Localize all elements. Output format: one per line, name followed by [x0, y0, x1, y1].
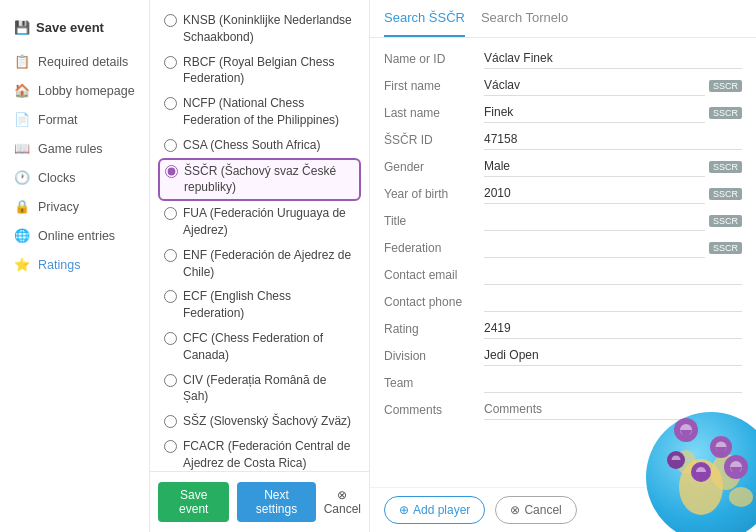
federation-item-ŠSČR[interactable]: ŠSČR (Šachový svaz České republiky) — [158, 158, 361, 202]
federation-radio-CSA[interactable] — [164, 139, 177, 152]
federation-item-NCFP[interactable]: NCFP (National Chess Federation of the P… — [158, 91, 361, 133]
field-input-team[interactable] — [484, 372, 742, 393]
sscr-badge-federation: SSCR — [709, 242, 742, 254]
form-row-contact-email: Contact email — [384, 264, 742, 285]
form-row-federation: FederationSSCR — [384, 237, 742, 258]
federation-radio-RBCF[interactable] — [164, 56, 177, 69]
field-input-title[interactable] — [484, 210, 705, 231]
federation-radio-FCACR[interactable] — [164, 440, 177, 453]
field-label-title: Title — [384, 214, 484, 228]
sscr-badge-first-name: SSCR — [709, 80, 742, 92]
sidebar-item-online-entries[interactable]: 🌐 Online entries — [0, 221, 149, 250]
sidebar-item-privacy[interactable]: 🔒 Privacy — [0, 192, 149, 221]
footer-buttons: Save event Next settings Cancel — [150, 471, 369, 532]
federation-label-ECF: ECF (English Chess Federation) — [183, 288, 355, 322]
sidebar-item-required-details[interactable]: 📋 Required details — [0, 47, 149, 76]
save-icon: 💾 — [14, 20, 30, 35]
search-tabs: Search ŠSČRSearch Tornelo — [370, 0, 756, 38]
search-tab-search-šsčr[interactable]: Search ŠSČR — [384, 0, 465, 37]
search-tab-search-tornelo[interactable]: Search Tornelo — [481, 0, 568, 37]
federation-label-FUA: FUA (Federación Uruguaya de Ajedrez) — [183, 205, 355, 239]
federation-radio-ECF[interactable] — [164, 290, 177, 303]
form-row-last-name: Last nameSSCR — [384, 102, 742, 123]
field-input-šsčr-id[interactable] — [484, 129, 742, 150]
form-row-name-or-id: Name or ID — [384, 48, 742, 69]
federation-item-KNSB[interactable]: KNSB (Koninklijke Nederlandse Schaakbond… — [158, 8, 361, 50]
sidebar-label-format: Format — [38, 113, 78, 127]
federation-radio-ŠSČR[interactable] — [165, 165, 178, 178]
federation-radio-SŠZ[interactable] — [164, 415, 177, 428]
sidebar-label-privacy: Privacy — [38, 200, 79, 214]
add-player-button[interactable]: ⊕ Add player — [384, 496, 485, 524]
clocks-icon: 🕐 — [14, 170, 30, 185]
federation-label-CSA: CSA (Chess South Africa) — [183, 137, 320, 154]
field-label-first-name: First name — [384, 79, 484, 93]
form-row-team: Team — [384, 372, 742, 393]
sidebar-header: 💾 Save event — [0, 12, 149, 47]
form-row-first-name: First nameSSCR — [384, 75, 742, 96]
federation-radio-CFC[interactable] — [164, 332, 177, 345]
online-entries-icon: 🌐 — [14, 228, 30, 243]
federation-item-ECF[interactable]: ECF (English Chess Federation) — [158, 284, 361, 326]
save-event-button[interactable]: Save event — [158, 482, 229, 522]
federation-item-CIV[interactable]: CIV (Federația Română de Șah) — [158, 368, 361, 410]
federation-radio-CIV[interactable] — [164, 374, 177, 387]
field-input-last-name[interactable] — [484, 102, 705, 123]
field-input-contact-email[interactable] — [484, 264, 742, 285]
field-input-rating[interactable] — [484, 318, 742, 339]
field-label-comments: Comments — [384, 403, 484, 417]
field-input-comments[interactable] — [484, 399, 742, 420]
federation-item-FCACR[interactable]: FCACR (Federación Central de Ajedrez de … — [158, 434, 361, 471]
game-rules-icon: 📖 — [14, 141, 30, 156]
federation-list: KNSB (Koninklijke Nederlandse Schaakbond… — [150, 0, 369, 471]
sidebar-item-ratings[interactable]: ⭐ Ratings — [0, 250, 149, 279]
form-row-šsčr-id: ŠSČR ID — [384, 129, 742, 150]
federation-panel: KNSB (Koninklijke Nederlandse Schaakbond… — [150, 0, 370, 532]
field-label-division: Division — [384, 349, 484, 363]
sidebar-item-lobby-homepage[interactable]: 🏠 Lobby homepage — [0, 76, 149, 105]
field-input-year-of-birth[interactable] — [484, 183, 705, 204]
form-row-year-of-birth: Year of birthSSCR — [384, 183, 742, 204]
federation-item-ENF[interactable]: ENF (Federación de Ajedrez de Chile) — [158, 243, 361, 285]
cancel-button-footer[interactable]: Cancel — [324, 482, 361, 522]
federation-item-RBCF[interactable]: RBCF (Royal Belgian Chess Federation) — [158, 50, 361, 92]
sidebar-item-game-rules[interactable]: 📖 Game rules — [0, 134, 149, 163]
sidebar-item-format[interactable]: 📄 Format — [0, 105, 149, 134]
sidebar-label-online-entries: Online entries — [38, 229, 115, 243]
field-input-federation[interactable] — [484, 237, 705, 258]
federation-label-ENF: ENF (Federación de Ajedrez de Chile) — [183, 247, 355, 281]
field-label-last-name: Last name — [384, 106, 484, 120]
next-settings-button[interactable]: Next settings — [237, 482, 315, 522]
sidebar-item-clocks[interactable]: 🕐 Clocks — [0, 163, 149, 192]
field-label-šsčr-id: ŠSČR ID — [384, 133, 484, 147]
federation-item-CFC[interactable]: CFC (Chess Federation of Canada) — [158, 326, 361, 368]
federation-item-FUA[interactable]: FUA (Federación Uruguaya de Ajedrez) — [158, 201, 361, 243]
federation-radio-FUA[interactable] — [164, 207, 177, 220]
field-label-contact-email: Contact email — [384, 268, 484, 282]
lobby-homepage-icon: 🏠 — [14, 83, 30, 98]
field-input-gender[interactable] — [484, 156, 705, 177]
federation-item-CSA[interactable]: CSA (Chess South Africa) — [158, 133, 361, 158]
sidebar-label-ratings: Ratings — [38, 258, 80, 272]
federation-radio-KNSB[interactable] — [164, 14, 177, 27]
privacy-icon: 🔒 — [14, 199, 30, 214]
sscr-badge-title: SSCR — [709, 215, 742, 227]
field-label-name-or-id: Name or ID — [384, 52, 484, 66]
search-form: Name or IDFirst nameSSCRLast nameSSCRŠSČ… — [370, 38, 756, 487]
federation-label-NCFP: NCFP (National Chess Federation of the P… — [183, 95, 355, 129]
sidebar-label-lobby-homepage: Lobby homepage — [38, 84, 135, 98]
required-details-icon: 📋 — [14, 54, 30, 69]
field-input-first-name[interactable] — [484, 75, 705, 96]
field-label-rating: Rating — [384, 322, 484, 336]
field-input-division[interactable] — [484, 345, 742, 366]
cancel-search-button[interactable]: ⊗ Cancel — [495, 496, 576, 524]
field-input-name-or-id[interactable] — [484, 48, 742, 69]
add-circle-icon: ⊕ — [399, 503, 409, 517]
federation-item-SŠZ[interactable]: SŠZ (Slovenský Šachový Zväz) — [158, 409, 361, 434]
sidebar-label-clocks: Clocks — [38, 171, 76, 185]
federation-label-CIV: CIV (Federația Română de Șah) — [183, 372, 355, 406]
sscr-badge-gender: SSCR — [709, 161, 742, 173]
federation-radio-NCFP[interactable] — [164, 97, 177, 110]
field-input-contact-phone[interactable] — [484, 291, 742, 312]
federation-radio-ENF[interactable] — [164, 249, 177, 262]
